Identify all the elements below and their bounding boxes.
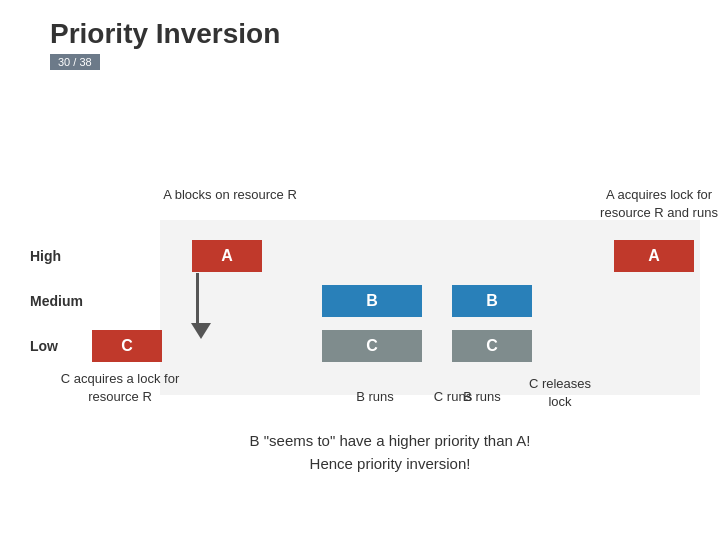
box-c-low-2: C	[322, 330, 422, 362]
box-c-low-3: C	[452, 330, 532, 362]
arrow-shaft-1	[196, 273, 199, 327]
arrow-head-1	[191, 323, 211, 339]
annotation-a-acquires: A acquires lock for resource R and runs	[594, 186, 720, 222]
annotation-b-runs-1: B runs	[340, 388, 410, 406]
annotation-a-blocks: A blocks on resource R	[160, 186, 300, 204]
annotation-b-runs-2: B runs	[452, 388, 512, 406]
box-c-low-1: C	[92, 330, 162, 362]
high-label: High	[30, 248, 61, 264]
box-b-medium-2: B	[452, 285, 532, 317]
annotation-c-releases: C releases lock	[520, 375, 600, 411]
bottom-message: B "seems to" have a higher priority than…	[240, 430, 540, 475]
box-a-high-1: A	[192, 240, 262, 272]
low-label: Low	[30, 338, 58, 354]
slide-number: 30 / 38	[50, 54, 100, 70]
diagram-area: High Medium Low C A B C B C A A blocks o…	[0, 90, 720, 470]
page-title: Priority Inversion	[0, 0, 720, 50]
box-a-high-2: A	[614, 240, 694, 272]
box-b-medium-1: B	[322, 285, 422, 317]
annotation-c-acquires: C acquires a lock for resource R	[60, 370, 180, 406]
medium-label: Medium	[30, 293, 83, 309]
